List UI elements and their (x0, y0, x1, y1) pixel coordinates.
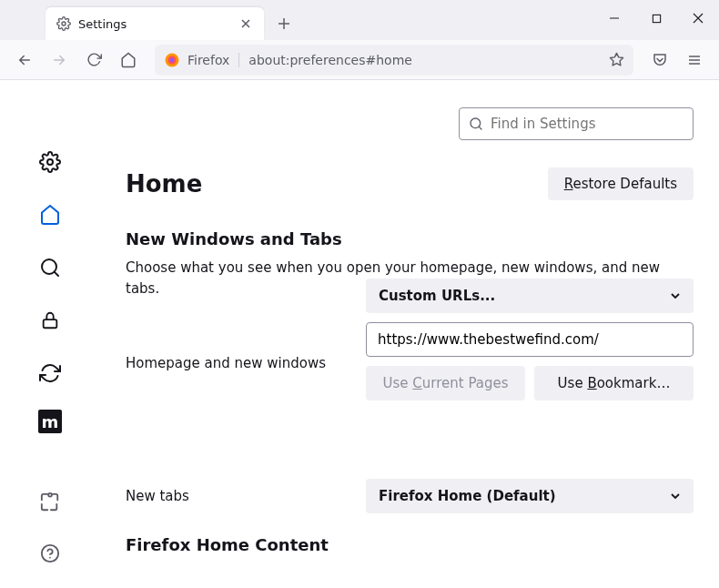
svg-point-4 (170, 57, 175, 62)
sidebar-item-privacy[interactable] (34, 304, 66, 337)
home-button[interactable] (113, 45, 144, 76)
svg-point-9 (48, 493, 52, 497)
newtabs-mode-value: Firefox Home (Default) (379, 488, 556, 504)
forward-button[interactable] (44, 45, 75, 76)
maximize-button[interactable] (635, 0, 677, 36)
page-title: Home (126, 170, 202, 198)
reload-button[interactable] (78, 45, 109, 76)
sidebar-item-help[interactable] (34, 537, 66, 570)
svg-point-0 (62, 22, 66, 25)
minimize-button[interactable] (593, 0, 635, 36)
section-new-windows-title: New Windows and Tabs (126, 229, 694, 248)
sidebar-item-extensions[interactable] (34, 486, 66, 519)
chevron-down-icon (670, 290, 681, 301)
extension-badge-label: m (42, 412, 59, 431)
homepage-mode-value: Custom URLs... (379, 288, 495, 304)
window-controls (593, 0, 719, 36)
svg-marker-5 (610, 53, 623, 65)
tab-title: Settings (78, 17, 231, 31)
svg-point-6 (47, 159, 53, 165)
urlbar-label: Firefox (187, 53, 239, 67)
section-firefox-home-title: Firefox Home Content (126, 535, 694, 554)
svg-rect-1 (653, 15, 660, 22)
use-current-pages-button[interactable]: Use Current Pages (366, 366, 525, 400)
new-tab-button[interactable] (269, 9, 299, 38)
bookmark-star-icon[interactable] (609, 52, 624, 67)
restore-defaults-button[interactable]: Restore Defaults (548, 167, 694, 200)
sidebar-item-home[interactable] (34, 198, 66, 231)
newtabs-label: New tabs (126, 488, 349, 504)
gear-icon (56, 16, 71, 31)
close-icon[interactable] (238, 16, 253, 31)
settings-sidebar: m (0, 80, 100, 588)
pocket-button[interactable] (644, 45, 675, 76)
sidebar-item-extension[interactable]: m (38, 410, 62, 433)
firefox-logo-icon (164, 52, 180, 68)
svg-rect-8 (44, 319, 57, 328)
close-window-button[interactable] (677, 0, 719, 36)
use-bookmark-button[interactable]: Use Bookmark… (534, 366, 694, 400)
browser-toolbar: Firefox about:preferences#home (0, 40, 719, 80)
search-icon (469, 117, 483, 131)
settings-main: Home Restore Defaults New Windows and Ta… (100, 80, 719, 588)
url-bar[interactable]: Firefox about:preferences#home (155, 45, 633, 76)
settings-search-input[interactable] (491, 116, 684, 132)
newtabs-mode-select[interactable]: Firefox Home (Default) (366, 479, 694, 513)
content-area: m Home Restore Defaults New Windows a (0, 80, 719, 588)
back-button[interactable] (9, 45, 40, 76)
sidebar-item-general[interactable] (34, 146, 66, 178)
homepage-label: Homepage and new windows (126, 355, 349, 371)
urlbar-text: about:preferences#home (248, 53, 600, 67)
window-titlebar: Settings (0, 0, 719, 40)
sidebar-item-sync[interactable] (34, 357, 66, 390)
homepage-mode-select[interactable]: Custom URLs... (366, 279, 694, 313)
urlbar-identity: Firefox (164, 52, 239, 68)
app-menu-button[interactable] (679, 45, 710, 76)
homepage-url-input[interactable] (366, 322, 694, 357)
chevron-down-icon (670, 491, 681, 502)
settings-search-box[interactable] (459, 107, 694, 140)
sidebar-item-search[interactable] (34, 251, 66, 284)
browser-tab[interactable]: Settings (46, 7, 264, 40)
